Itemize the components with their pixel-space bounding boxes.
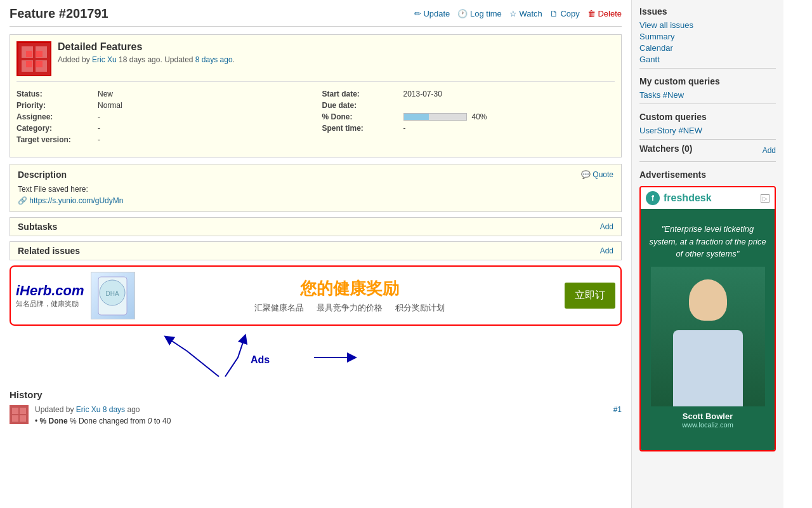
category-label: Category:: [16, 124, 93, 133]
due-date-label: Due date:: [322, 101, 398, 110]
target-label: Target version:: [16, 135, 93, 144]
description-section: Description 💬 Quote Text File saved here…: [10, 164, 622, 212]
ad-banner: iHerb.com 知名品牌，健康奖励 DHA 您的健康奖励 汇聚健康名品 最具…: [10, 265, 622, 326]
svg-text:DHA: DHA: [106, 290, 119, 297]
svg-rect-15: [12, 415, 18, 422]
fields-left: Status: New Priority: Normal Assignee: -…: [16, 88, 310, 145]
ad-product-image: DHA: [91, 272, 135, 319]
priority-label: Priority:: [16, 101, 93, 110]
sidebar-watchers-title: Watchers (0): [639, 144, 693, 154]
sidebar-ads-title: Advertisements: [639, 170, 776, 180]
due-date-row: Due date:: [322, 100, 615, 111]
sidebar-user-story[interactable]: UserStory #NEW: [639, 126, 776, 135]
ad-feature3: 积分奖励计划: [395, 302, 445, 314]
sidebar-view-all[interactable]: View all issues: [639, 20, 776, 30]
sidebar-divider-4: [639, 161, 776, 162]
desc-text-line1: Text File saved here:: [18, 185, 88, 194]
sidebar: Issues View all issues Summary Calendar …: [631, 0, 783, 508]
fields-grid: Status: New Priority: Normal Assignee: -…: [16, 88, 615, 145]
sidebar-divider-3: [639, 139, 776, 140]
person-image: [651, 267, 765, 406]
history-days-link[interactable]: 8 days: [103, 405, 125, 414]
ad-left: iHerb.com 知名品牌，健康奖励: [16, 283, 84, 309]
progress-container: 40%: [403, 112, 487, 121]
copy-action[interactable]: 🗋 Copy: [550, 9, 580, 18]
history-section: History Updated by Eric Xu 8 days: [10, 389, 622, 425]
freshdesk-body: "Enterprise level ticketing system, at a…: [641, 209, 775, 450]
ad-sub: 知名品牌，健康奖励: [16, 299, 84, 309]
subtasks-title: Subtasks: [18, 222, 57, 232]
category-value: -: [98, 124, 100, 133]
history-num: #1: [613, 405, 622, 414]
author-link[interactable]: Eric Xu: [92, 55, 117, 64]
sidebar-calendar[interactable]: Calendar: [639, 43, 776, 53]
priority-value: Normal: [98, 101, 122, 110]
spent-value: -: [403, 124, 406, 133]
target-row: Target version: -: [16, 134, 310, 145]
svg-rect-14: [20, 408, 26, 414]
delete-action[interactable]: 🗑 Delete: [587, 9, 622, 18]
percent-done-label: % Done: [40, 417, 68, 425]
ads-annotation-label: Ads: [251, 354, 270, 366]
svg-rect-5: [26, 51, 32, 57]
sidebar-watchers-add[interactable]: Add: [763, 146, 776, 155]
person-body: [673, 330, 743, 406]
start-date-row: Start date: 2013-07-30: [322, 88, 615, 100]
history-avatar: [10, 405, 29, 424]
annotation-area: Ads: [10, 332, 622, 383]
updated-link[interactable]: 8 days ago: [195, 55, 233, 64]
related-issues-add-button[interactable]: Add: [600, 246, 613, 255]
status-value: New: [98, 90, 113, 98]
person-head: [689, 279, 727, 321]
ad-logo: iHerb.com: [16, 283, 84, 299]
ad-feature2: 最具竞争力的价格: [317, 302, 383, 314]
start-date-label: Start date:: [322, 90, 398, 98]
svg-rect-13: [12, 408, 18, 414]
watch-action[interactable]: ☆ Watch: [509, 9, 542, 18]
sidebar-divider-2: [639, 104, 776, 104]
feature-meta: Added by Eric Xu 18 days ago. Updated 8 …: [58, 55, 235, 64]
feature-avatar: [16, 41, 51, 76]
assignee-row: Assignee: -: [16, 111, 310, 123]
feature-name: Detailed Features: [58, 41, 235, 53]
change-from: 0: [148, 417, 152, 425]
log-time-action[interactable]: 🕐 Log time: [457, 9, 501, 18]
sidebar-divider-1: [639, 68, 776, 69]
sidebar-issues-title: Issues: [639, 6, 776, 17]
history-item: Updated by Eric Xu 8 days ago #1 • % Don…: [10, 405, 622, 425]
sidebar-summary[interactable]: Summary: [639, 32, 776, 41]
description-body: Text File saved here: 🔗 https://s.yunio.…: [18, 184, 613, 206]
related-issues-section: Related issues Add: [10, 241, 622, 260]
history-user-link[interactable]: Eric Xu: [76, 405, 101, 414]
feature-title-area: Detailed Features Added by Eric Xu 18 da…: [58, 41, 235, 64]
assignee-value: -: [98, 112, 100, 121]
change-to: 40: [162, 417, 171, 425]
history-meta-line: Updated by Eric Xu 8 days ago #1: [35, 405, 622, 414]
sidebar-watchers-row: Watchers (0) Add: [639, 144, 776, 157]
update-action[interactable]: ✏ Update: [414, 9, 450, 18]
header-actions: ✏ Update 🕐 Log time ☆ Watch 🗋 Copy 🗑 Del…: [414, 9, 622, 18]
ad-center: 您的健康奖励 汇聚健康名品 最具竞争力的价格 积分奖励计划: [141, 277, 558, 314]
subtasks-add-button[interactable]: Add: [600, 222, 613, 231]
spent-label: Spent time:: [322, 124, 398, 133]
feature-detail-box: Detailed Features Added by Eric Xu 18 da…: [10, 34, 622, 157]
history-title: History: [10, 389, 622, 400]
svg-rect-7: [26, 61, 32, 67]
category-row: Category: -: [16, 123, 310, 134]
feature-header: Detailed Features Added by Eric Xu 18 da…: [16, 41, 615, 82]
sidebar-custom-queries-title: Custom queries: [639, 112, 776, 122]
freshdesk-quote: "Enterprise level ticketing system, at a…: [648, 223, 767, 260]
quote-button[interactable]: 💬 Quote: [581, 170, 613, 179]
spent-time-row: Spent time: -: [322, 123, 615, 134]
sidebar-tasks-new[interactable]: Tasks #New: [639, 90, 776, 100]
ad-sub-text: 汇聚健康名品 最具竞争力的价格 积分奖励计划: [141, 302, 558, 314]
sidebar-ad: f freshdesk ▷ "Enterprise level ticketin…: [639, 186, 776, 451]
history-change: • % Done % Done changed from 0 to 40: [35, 417, 622, 425]
history-meta: Updated by Eric Xu 8 days ago #1 • % Don…: [35, 405, 622, 425]
description-header: Description 💬 Quote: [18, 170, 613, 180]
desc-link[interactable]: https://s.yunio.com/gUdyMn: [29, 196, 123, 205]
sidebar-gantt[interactable]: Gantt: [639, 55, 776, 64]
desc-link-icon: 🔗: [18, 196, 27, 205]
ad-cta-button[interactable]: 立即订: [565, 283, 615, 309]
issue-title: Feature #201791: [10, 6, 108, 21]
